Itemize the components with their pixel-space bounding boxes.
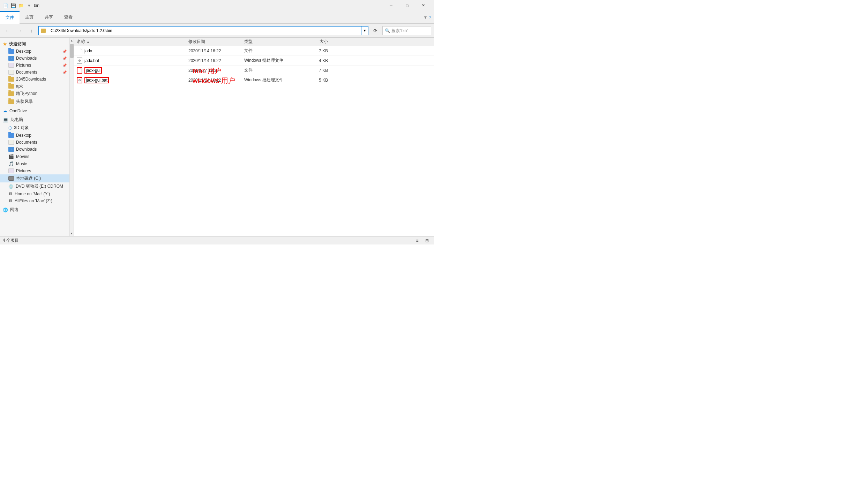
- help-icon[interactable]: ?: [429, 15, 431, 20]
- tab-view[interactable]: 查看: [59, 11, 78, 24]
- sidebar-onedrive[interactable]: ☁ OneDrive: [0, 107, 69, 114]
- downloads-icon: ↓: [8, 56, 14, 61]
- sidebar-item-pictures-quick[interactable]: Pictures 📌: [0, 62, 69, 69]
- sidebar-label: 此电脑: [10, 117, 23, 123]
- address-input[interactable]: [48, 26, 361, 35]
- sidebar-item-brainwave[interactable]: 头脑风暴: [0, 98, 69, 106]
- col-name-label: 名称: [77, 39, 85, 45]
- sidebar-item-movies[interactable]: 🎬 Movies: [0, 153, 69, 160]
- sidebar-label: 网络: [10, 207, 18, 213]
- sidebar-item-downloads-quick[interactable]: ↓ Downloads 📌: [0, 55, 69, 62]
- column-date[interactable]: 修改日期: [188, 39, 244, 45]
- close-button[interactable]: ✕: [415, 0, 431, 11]
- movies-icon: 🎬: [8, 154, 14, 159]
- sidebar-network[interactable]: 🌐 网络: [0, 206, 69, 214]
- refresh-button[interactable]: ⟳: [371, 26, 380, 36]
- sidebar-label: Music: [16, 161, 27, 166]
- sidebar-label: 2345Downloads: [16, 77, 46, 82]
- file-item-jadx-bat[interactable]: jadx.bat 2020/11/14 16:22 Windows 批处理文件 …: [74, 56, 434, 66]
- sidebar-item-2345downloads[interactable]: 2345Downloads: [0, 76, 69, 83]
- up-button[interactable]: ↑: [27, 26, 36, 36]
- sidebar-this-pc[interactable]: 💻 此电脑: [0, 116, 69, 124]
- sidebar-label: Desktop: [16, 133, 31, 138]
- onedrive-icon: ☁: [3, 108, 7, 113]
- pin-icon: 📌: [62, 57, 67, 60]
- chevron-down-icon[interactable]: ▼: [423, 15, 427, 20]
- scroll-thumb[interactable]: [70, 44, 74, 58]
- sidebar-item-3d[interactable]: ⬡ 3D 对象: [0, 124, 69, 132]
- quick-access-label: 快速访问: [9, 41, 26, 47]
- view-tiles-button[interactable]: ⊞: [423, 237, 431, 244]
- sidebar-item-apk[interactable]: apk: [0, 83, 69, 90]
- tab-file[interactable]: 文件: [0, 11, 20, 24]
- sidebar-item-pictures-pc[interactable]: Pictures: [0, 167, 69, 174]
- harddisk-icon: [8, 176, 14, 181]
- folder-icon: 📁: [18, 3, 24, 8]
- sidebar-item-documents-quick[interactable]: Documents 📌: [0, 69, 69, 76]
- sidebar-item-music[interactable]: 🎵 Music: [0, 160, 69, 167]
- file-bat-icon: [77, 58, 82, 64]
- tab-share[interactable]: 共享: [39, 11, 59, 24]
- star-icon: ★: [3, 42, 7, 47]
- path-icon: [38, 26, 48, 35]
- file-item-jadx-gui-bat[interactable]: jadx-gui.bat 2020/11/14 16:22 Windows 批处…: [74, 75, 434, 85]
- column-size[interactable]: 大小: [300, 39, 328, 45]
- music-icon: 🎵: [8, 161, 14, 166]
- sidebar-item-lufeipython[interactable]: 路飞Python: [0, 90, 69, 98]
- minimize-button[interactable]: ─: [383, 0, 399, 11]
- maximize-button[interactable]: □: [399, 0, 415, 11]
- view-list-button[interactable]: ≡: [413, 237, 421, 244]
- file-size-jadx-bat: 4 KB: [300, 58, 328, 63]
- sidebar-item-local-disk[interactable]: 本地磁盘 (C:): [0, 174, 69, 182]
- quick-access-header: ★ 快速访问: [0, 39, 69, 48]
- sidebar-item-desktop-quick[interactable]: Desktop 📌: [0, 48, 69, 55]
- scroll-down-arrow[interactable]: ▼: [70, 231, 74, 236]
- main-layout: ★ 快速访问 Desktop 📌 ↓ Downloads 📌 Pictures …: [0, 38, 434, 236]
- ribbon-right: ▼ ?: [423, 15, 434, 20]
- tab-home[interactable]: 主页: [20, 11, 39, 24]
- file-label: jadx.bat: [84, 58, 99, 63]
- folder-yellow-icon: [8, 84, 14, 89]
- file-type-jadx-gui: 文件: [244, 67, 300, 73]
- sidebar-item-mac-home[interactable]: 🖥 Home on 'Mac' (Y:): [0, 190, 69, 197]
- file-generic-icon: [77, 48, 82, 54]
- vertical-scrollbar[interactable]: ▲ ▼: [70, 38, 74, 236]
- column-name[interactable]: 名称 ▲: [77, 39, 188, 45]
- file-size-jadx-gui: 7 KB: [300, 68, 328, 73]
- sidebar-label: 路飞Python: [16, 91, 37, 97]
- content-area: ▲ ▼ 名称 ▲ 修改日期 类型 大小: [70, 38, 434, 236]
- window-title: bin: [34, 3, 383, 8]
- threed-icon: ⬡: [8, 126, 12, 130]
- search-input[interactable]: [391, 28, 426, 33]
- folder-blue-icon: [8, 133, 14, 138]
- documents-icon: [8, 70, 14, 75]
- folder-yellow-icon: [8, 77, 14, 82]
- sidebar-item-documents-pc[interactable]: Documents: [0, 139, 69, 146]
- sidebar-item-desktop-pc[interactable]: Desktop: [0, 132, 69, 139]
- col-date-label: 修改日期: [188, 39, 205, 44]
- sidebar-item-mac-all[interactable]: 🖥 AllFiles on 'Mac' (Z:): [0, 197, 69, 204]
- sidebar-item-dvd[interactable]: 💿 DVD 驱动器 (E:) CDROM: [0, 182, 69, 190]
- computer-icon: 💻: [3, 117, 8, 122]
- mac-drive-icon: 🖥: [8, 198, 13, 203]
- search-icon: 🔍: [385, 28, 390, 33]
- dropdown-arrow[interactable]: ▼: [27, 3, 31, 8]
- sidebar-label: Downloads: [16, 147, 37, 152]
- pin-icon: 📌: [62, 63, 67, 67]
- sidebar-label: 本地磁盘 (C:): [16, 175, 41, 181]
- address-chevron[interactable]: ▼: [361, 26, 368, 35]
- back-button[interactable]: ←: [3, 26, 13, 36]
- forward-button[interactable]: →: [15, 26, 24, 36]
- sidebar-label: apk: [16, 84, 23, 89]
- scroll-up-arrow[interactable]: ▲: [70, 38, 74, 43]
- sidebar-label: 3D 对象: [14, 125, 29, 131]
- file-item-jadx[interactable]: jadx 2020/11/14 16:22 文件 7 KB: [74, 46, 434, 56]
- pictures-icon: [8, 168, 14, 173]
- file-item-jadx-gui[interactable]: jadx-gui 2021/9/27 19:30 文件 7 KB mac 用户: [74, 66, 434, 75]
- sidebar: ★ 快速访问 Desktop 📌 ↓ Downloads 📌 Pictures …: [0, 38, 70, 236]
- sidebar-item-downloads-pc[interactable]: ↓ Downloads: [0, 146, 69, 153]
- sidebar-label: Home on 'Mac' (Y:): [15, 191, 50, 196]
- view-toggle: ≡ ⊞: [413, 237, 431, 244]
- column-type[interactable]: 类型: [244, 39, 300, 45]
- title-bar-icons: 📄 💾 📁 ▼: [3, 3, 31, 8]
